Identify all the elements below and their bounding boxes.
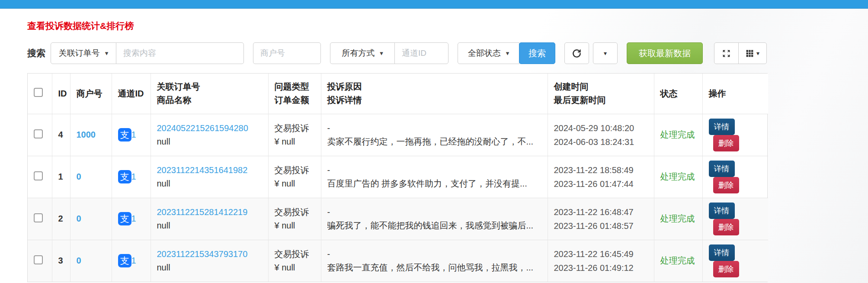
created-time: 2023-11-22 16:48:47 xyxy=(554,205,648,219)
row-checkbox[interactable] xyxy=(34,129,43,138)
chevron-down-icon: ▾ xyxy=(756,50,759,57)
chevron-down-icon: ▾ xyxy=(506,49,509,57)
header-id: ID xyxy=(52,74,70,114)
issue-type: 交易投诉 xyxy=(275,206,315,219)
channel-count: 1 xyxy=(131,214,136,223)
header-status: 状态 xyxy=(654,74,702,114)
status-badge: 处理完成 xyxy=(660,256,695,265)
detail-button[interactable]: 详情 xyxy=(709,119,735,135)
merchant-link[interactable]: 1000 xyxy=(77,130,96,139)
columns-button[interactable]: ▾ xyxy=(738,42,767,64)
refresh-icon xyxy=(572,48,582,58)
status-value: 全部状态 xyxy=(468,48,501,59)
select-all-checkbox[interactable] xyxy=(34,88,43,97)
status-select[interactable]: 全部状态 ▾ xyxy=(458,42,519,64)
method-value: 所有方式 xyxy=(342,48,375,59)
complaint-reason: - xyxy=(327,248,541,261)
header-order: 关联订单号 商品名称 xyxy=(151,74,268,114)
search-type-select[interactable]: 关联订单号 ▾ xyxy=(51,42,116,64)
product-name: null xyxy=(157,261,262,274)
chevron-down-icon: ▾ xyxy=(380,49,383,57)
method-select[interactable]: 所有方式 ▾ xyxy=(330,42,395,64)
alipay-icon: 支 xyxy=(118,128,131,142)
product-name: null xyxy=(157,219,262,232)
fullscreen-icon xyxy=(722,49,731,58)
header-issue-line2: 订单金额 xyxy=(275,93,315,107)
complaint-detail: 卖家不履行约定，一拖再拖，已经拖的没耐心了，不... xyxy=(327,135,541,148)
detail-button[interactable]: 详情 xyxy=(709,161,735,177)
issue-type: 交易投诉 xyxy=(275,122,315,135)
updated-time: 2023-11-26 01:49:12 xyxy=(554,261,648,275)
fetch-latest-data-button[interactable]: 获取最新数据 xyxy=(627,42,703,64)
cell-id: 1 xyxy=(52,156,70,198)
header-checkbox-cell xyxy=(28,74,52,114)
stats-ranking-link[interactable]: 查看投诉数据统计&排行榜 xyxy=(27,20,134,32)
row-checkbox[interactable] xyxy=(34,171,43,180)
table-row: 2 0 支1 2023112215281412219 null 交易投诉 ¥ n… xyxy=(28,198,768,240)
order-amount: ¥ null xyxy=(275,177,315,190)
order-amount: ¥ null xyxy=(275,261,315,274)
merchant-link[interactable]: 0 xyxy=(77,256,81,265)
search-options-dropdown-button[interactable]: ▾ xyxy=(593,42,618,64)
header-order-line1: 关联订单号 xyxy=(157,80,262,93)
channel-count: 1 xyxy=(131,256,136,265)
search-toolbar: 搜索 关联订单号 ▾ 所有方式 ▾ 全部状态 ▾ 搜索 xyxy=(27,42,868,64)
header-merchant: 商户号 xyxy=(70,74,112,114)
chevron-down-icon: ▾ xyxy=(105,49,109,57)
search-content-input[interactable] xyxy=(116,42,244,64)
detail-button[interactable]: 详情 xyxy=(709,203,735,219)
header-reason-line1: 投诉原因 xyxy=(327,80,541,93)
cell-id: 3 xyxy=(52,240,70,282)
top-nav-bar xyxy=(0,0,868,9)
issue-type: 交易投诉 xyxy=(275,164,315,177)
alipay-icon: 支 xyxy=(118,212,131,225)
alipay-icon: 支 xyxy=(118,254,131,267)
complaints-table: ID 商户号 通道ID 关联订单号 商品名称 问题类型 订单金额 投诉原因 投诉… xyxy=(28,74,768,282)
complaint-reason: - xyxy=(327,206,541,219)
complaint-detail: 骗死我了，能不能把我的钱追回来，我感觉到被骗后... xyxy=(327,219,541,232)
fullscreen-button[interactable] xyxy=(714,42,739,64)
updated-time: 2024-06-03 18:24:31 xyxy=(554,135,648,149)
header-time: 创建时间 最后更新时间 xyxy=(548,74,654,114)
order-amount: ¥ null xyxy=(275,135,315,148)
complaint-reason: - xyxy=(327,164,541,177)
alipay-icon: 支 xyxy=(118,170,131,183)
order-number-link[interactable]: 2024052215261594280 xyxy=(157,123,248,133)
table-row: 4 1000 支1 2024052215261594280 null 交易投诉 … xyxy=(28,114,768,156)
header-issue-line1: 问题类型 xyxy=(275,80,315,93)
delete-button[interactable]: 删除 xyxy=(713,177,739,193)
created-time: 2024-05-29 10:48:20 xyxy=(554,121,648,135)
delete-button[interactable]: 删除 xyxy=(713,219,739,235)
main-content: 查看投诉数据统计&排行榜 搜索 关联订单号 ▾ 所有方式 ▾ 全部状态 ▾ 搜索 xyxy=(0,9,868,283)
order-number-link[interactable]: 2023112215281412219 xyxy=(157,207,248,217)
order-number-link[interactable]: 2023112214351641982 xyxy=(157,165,248,175)
merchant-link[interactable]: 0 xyxy=(77,172,81,181)
detail-button[interactable]: 详情 xyxy=(709,244,735,261)
header-reason-line2: 投诉详情 xyxy=(327,93,541,107)
product-name: null xyxy=(157,135,262,148)
complaints-table-card: ID 商户号 通道ID 关联订单号 商品名称 问题类型 订单金额 投诉原因 投诉… xyxy=(27,73,768,282)
row-checkbox[interactable] xyxy=(34,213,43,222)
channel-id-input[interactable] xyxy=(394,42,448,64)
columns-grid-icon xyxy=(746,49,754,58)
merchant-id-input[interactable] xyxy=(253,42,321,64)
table-row: 3 0 支1 2023112215343793170 null 交易投诉 ¥ n… xyxy=(28,240,768,282)
delete-button[interactable]: 删除 xyxy=(713,135,739,151)
product-name: null xyxy=(157,177,262,190)
merchant-link[interactable]: 0 xyxy=(77,214,81,223)
updated-time: 2023-11-26 01:48:57 xyxy=(554,219,648,233)
table-header-row: ID 商户号 通道ID 关联订单号 商品名称 问题类型 订单金额 投诉原因 投诉… xyxy=(28,74,768,114)
chevron-down-icon: ▾ xyxy=(604,50,607,57)
search-button[interactable]: 搜索 xyxy=(519,42,555,64)
order-number-link[interactable]: 2023112215343793170 xyxy=(157,249,248,259)
complaint-reason: - xyxy=(327,122,541,135)
cell-id: 4 xyxy=(52,114,70,156)
status-badge: 处理完成 xyxy=(660,172,695,181)
delete-button[interactable]: 删除 xyxy=(713,261,739,277)
header-action: 操作 xyxy=(702,74,768,114)
refresh-button[interactable] xyxy=(564,42,589,64)
row-checkbox[interactable] xyxy=(34,255,43,264)
header-order-line2: 商品名称 xyxy=(157,93,262,107)
complaint-detail: 套路我一直充值，然后不给我，问他骂我，拉黑我，... xyxy=(327,261,541,274)
status-badge: 处理完成 xyxy=(660,130,695,139)
